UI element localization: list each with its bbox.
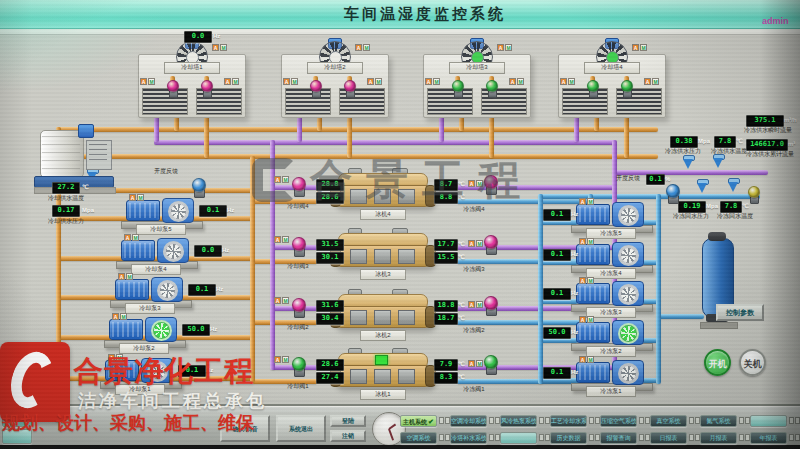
pump-freq-display: 0.1 [543,249,571,261]
valve-wheel[interactable] [748,186,760,198]
chiller-unit[interactable]: 冰机1 [330,353,434,401]
nav-button[interactable]: 历史数据 [550,432,587,444]
login-button[interactable]: 登陆 [330,415,366,427]
tower-label: 冷却塔2 [307,62,363,74]
chiller-unit[interactable]: 冰机3 [330,233,434,281]
motor-fins [579,365,607,380]
chiller-chw-in-display: 15.5 [434,252,458,264]
motor-fins [579,325,607,340]
valve-wheel[interactable] [344,80,356,92]
motor-fins [112,322,140,337]
valve-wheel[interactable] [484,296,498,310]
auto-indicator: A [425,78,432,85]
nav-button[interactable] [750,415,787,427]
nav-button[interactable]: 冷塔补水系统 [450,432,487,444]
nav-button[interactable]: 空调冷却系统 [450,415,487,427]
valve-wheel[interactable] [310,80,322,92]
pipe-segment [56,127,658,132]
nav-button[interactable]: 年报表 [750,432,787,444]
chiller-chw-in-display: 18.7 [434,313,458,325]
nav-button[interactable]: 日报表 [650,432,687,444]
nav-indicator [739,417,744,424]
control-params-button[interactable]: 控制参数 [716,304,764,321]
nav-indicator [795,417,800,424]
valve-wheel[interactable] [292,357,306,371]
nav-indicator [489,417,494,424]
chiller-control-box [398,310,415,325]
system-exit-button[interactable]: 系统退出 [276,415,326,442]
watermark-logo-icon [252,158,296,202]
pipe-segment [538,194,760,199]
pump-impeller [163,241,184,262]
valve-wheel[interactable] [292,298,306,312]
auto-indicator: A [118,273,125,280]
manual-indicator: M [476,360,483,367]
brand-name: 合景净化工程 [74,352,254,392]
valve-wheel[interactable] [621,80,633,92]
valve-wheel[interactable] [452,80,464,92]
pump-motor [121,240,155,261]
auto-indicator: A [129,194,136,201]
valve-wheel[interactable] [201,80,213,92]
cooling-supply-pressure-value: 0.17 [52,205,80,217]
nav-button[interactable]: 压缩空气系统 [600,415,637,427]
brand-logo-arc [4,346,60,414]
tank-motor [78,124,94,138]
nav-indicator [639,434,644,441]
chiller-cw-in-display: 28.6 [316,359,344,371]
manual-indicator: M [126,273,133,280]
manual-indicator: M [587,198,594,205]
nav-button[interactable] [500,432,537,444]
chiller-chw-in-unit: ℃ [458,314,465,322]
auto-indicator: A [579,316,586,323]
nav-button[interactable]: 风冷热泵系统 [500,415,537,427]
auto-indicator: A [579,238,586,245]
chiller-unit[interactable]: 冰机2 [330,294,434,342]
valve-wheel[interactable] [486,80,498,92]
pump-label: 冷冻泵1 [586,386,636,397]
nav-button[interactable]: 月报表 [700,432,737,444]
valve-wheel[interactable] [587,80,599,92]
valve-wheel[interactable] [484,235,498,249]
cooling-tower[interactable]: AMAMAM冷却塔1 [138,38,244,118]
auto-indicator: A [632,44,639,51]
pump-freq-unit: Hz [571,210,578,218]
nav-button[interactable]: 主机系统✔ [400,415,437,427]
valve-wheel[interactable] [666,184,680,198]
chiller-label: 冰机1 [360,389,406,400]
manual-indicator: M [505,44,512,51]
tank-cap-top [708,232,726,241]
nav-indicator [689,434,694,441]
cooling-tower[interactable]: AMAMAM冷却塔4 [558,38,664,118]
start-button[interactable]: 开机 [704,349,731,376]
chiller-control-box [350,310,367,325]
chw-return-pressure-value: 0.19 [678,201,706,213]
impeller-spokes [621,366,636,381]
logout-button[interactable]: 注销 [330,430,366,442]
cooling-tower[interactable]: AMAMAM冷却塔2 [281,38,387,118]
chilled-valve-label: 冷冻阀2 [448,327,500,334]
valve-wheel[interactable] [484,355,498,369]
cooling-tower[interactable]: AMAMAM冷却塔3 [423,38,529,118]
nav-button[interactable]: 工艺冷却水系统 [550,415,587,427]
nav-button[interactable]: 真空系统 [650,415,687,427]
pump-freq-unit: Hz [222,246,229,254]
manual-indicator: M [587,238,594,245]
valve-wheel[interactable] [292,237,306,251]
nav-indicator [589,434,594,441]
auto-indicator: A [579,277,586,284]
chw-supply-pressure-unit: Mpa [698,137,710,145]
transmitter-icon [728,182,738,192]
header-divider [0,29,800,35]
stop-button[interactable]: 关机 [739,349,766,376]
nav-button[interactable]: 报警查询 [600,432,637,444]
valve-wheel[interactable] [167,80,179,92]
chiller-cw-in-display: 31.5 [316,239,344,251]
nav-button[interactable]: 氮气系统 [700,415,737,427]
nav-button[interactable]: 空调系统 [400,432,437,444]
auto-indicator: A [140,78,147,85]
hmi-screen: 车间温湿度监控系统 admin AMAMAM冷却塔10.0HzAMAMAM冷却塔… [0,0,800,449]
chiller-chw-in-unit: ℃ [458,373,465,381]
valve-wheel[interactable] [192,178,206,192]
pump-impeller [618,245,639,266]
